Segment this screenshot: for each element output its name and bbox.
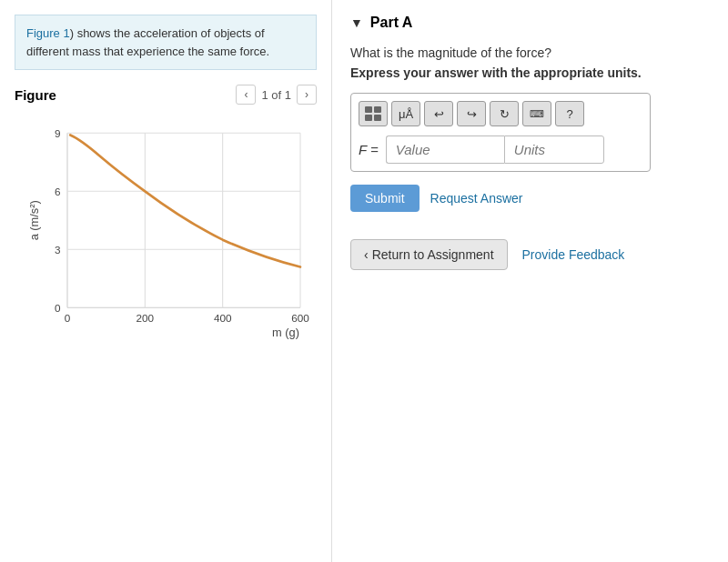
left-panel: Figure 1) shows the acceleration of obje…: [0, 0, 332, 562]
submit-button[interactable]: Submit: [350, 185, 420, 212]
prev-figure-button[interactable]: ‹: [236, 85, 256, 105]
figure-page-indicator: 1 of 1: [261, 88, 291, 102]
figure-nav-controls: ‹ 1 of 1 ›: [236, 85, 317, 105]
matrix-cell: [365, 115, 372, 121]
mu-button[interactable]: μÅ: [391, 101, 420, 126]
return-label: Return to Assignment: [372, 247, 494, 262]
return-chevron-icon: ‹: [364, 247, 369, 262]
provide-feedback-link[interactable]: Provide Feedback: [522, 247, 625, 262]
toolbar: μÅ ↩ ↪ ↻ ⌨ ?: [359, 101, 642, 126]
action-row: Submit Request Answer: [350, 185, 710, 212]
refresh-button[interactable]: ↻: [490, 101, 519, 126]
figure-section: Figure ‹ 1 of 1 › 9: [15, 85, 317, 348]
figure-header: Figure ‹ 1 of 1 ›: [15, 85, 317, 105]
svg-text:0: 0: [55, 302, 61, 314]
help-button[interactable]: ?: [555, 101, 584, 126]
return-to-assignment-button[interactable]: ‹ Return to Assignment: [350, 239, 508, 270]
request-answer-link[interactable]: Request Answer: [430, 191, 523, 206]
svg-text:m (g): m (g): [272, 326, 299, 339]
graph-svg: 9 6 3 0 0 200 400 600 a (m/s²) m (g): [24, 112, 315, 348]
svg-text:a (m/s²): a (m/s²): [27, 200, 41, 240]
svg-text:200: 200: [136, 312, 155, 324]
answer-input-box: μÅ ↩ ↪ ↻ ⌨ ? F =: [350, 93, 651, 172]
units-input[interactable]: [504, 135, 604, 164]
matrix-icon: [365, 106, 381, 121]
figure-link[interactable]: Figure 1: [26, 26, 70, 40]
express-instruction: Express your answer with the appropriate…: [350, 65, 710, 80]
next-figure-button[interactable]: ›: [297, 85, 317, 105]
matrix-cell: [374, 106, 381, 113]
svg-text:400: 400: [214, 312, 232, 324]
keyboard-button[interactable]: ⌨: [522, 101, 551, 126]
undo-button[interactable]: ↩: [424, 101, 453, 126]
matrix-cell: [365, 106, 372, 113]
part-collapse-button[interactable]: ▼: [350, 15, 363, 30]
svg-text:3: 3: [55, 244, 61, 256]
figure-title: Figure: [15, 87, 56, 103]
matrix-button[interactable]: [359, 101, 388, 126]
svg-text:6: 6: [55, 186, 61, 197]
redo-button[interactable]: ↪: [457, 101, 486, 126]
value-input[interactable]: [386, 135, 504, 164]
svg-text:0: 0: [65, 312, 71, 324]
svg-text:600: 600: [291, 312, 309, 324]
part-title: Part A: [370, 15, 413, 31]
part-header: ▼ Part A: [350, 15, 710, 31]
figure-description: Figure 1) shows the acceleration of obje…: [15, 15, 317, 70]
answer-row: F =: [359, 135, 642, 164]
f-label: F =: [359, 142, 379, 157]
question-text: What is the magnitude of the force?: [350, 45, 710, 60]
matrix-cell: [374, 115, 381, 121]
graph-container: 9 6 3 0 0 200 400 600 a (m/s²) m (g): [24, 112, 315, 348]
svg-text:9: 9: [55, 127, 61, 139]
right-panel: ▼ Part A What is the magnitude of the fo…: [332, 0, 728, 562]
bottom-row: ‹ Return to Assignment Provide Feedback: [350, 239, 710, 270]
